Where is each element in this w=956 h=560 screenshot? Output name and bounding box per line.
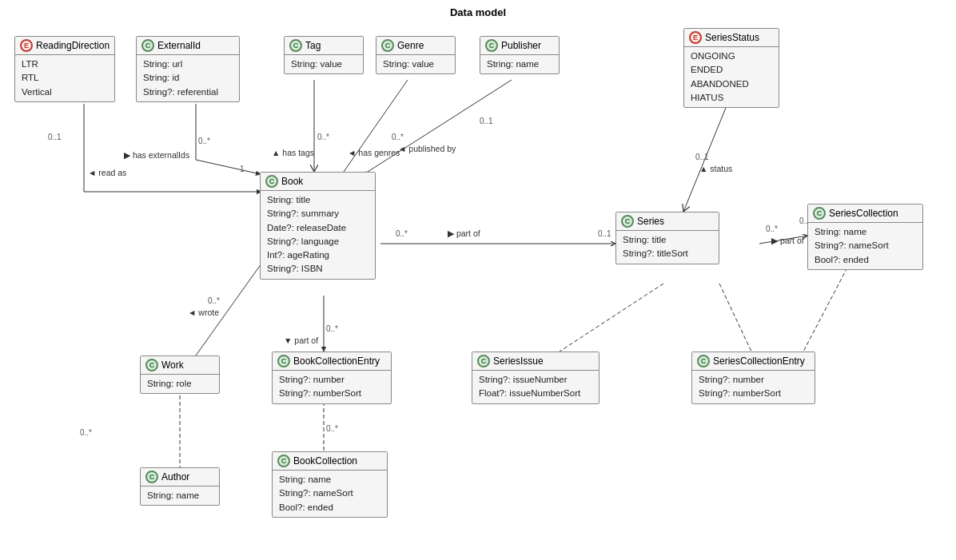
reading-direction-val2: RTL [22,71,108,85]
svg-text:◄ has genres: ◄ has genres [348,148,400,157]
series-collection-entry-box: C SeriesCollectionEntry String?: number … [691,351,815,404]
series-status-val3: ABANDONED [691,77,772,91]
series-issue-field1: String?: issueNumber [479,373,592,387]
book-collection-entry-body: String?: number String?: numberSort [273,371,391,403]
book-field5: Int?: ageRating [267,248,368,262]
series-box: C Series String: title String?: titleSor… [615,212,719,264]
author-box: C Author String: name [140,467,220,506]
class-icon-series-issue: C [477,355,490,367]
diagram-container: Data model [0,0,956,560]
series-collection-field1: String: name [815,225,916,239]
series-status-val1: ONGOING [691,50,772,63]
work-title: Work [161,359,184,371]
book-field6: String?: ISBN [267,262,368,276]
svg-text:0..1: 0..1 [598,229,611,238]
book-collection-entry-field1: String?: number [279,373,384,387]
svg-text:0..*: 0..* [198,137,210,145]
work-body: String: role [141,375,219,393]
svg-text:0..*: 0..* [396,229,408,238]
series-status-header: E SeriesStatus [684,29,779,47]
external-id-title: ExternalId [157,40,201,51]
author-title: Author [161,471,189,483]
svg-text:▶ part of: ▶ part of [771,236,804,245]
book-collection-entry-title: BookCollectionEntry [293,355,380,367]
genre-title: Genre [397,40,424,51]
series-issue-field2: Float?: issueNumberSort [479,387,592,400]
book-collection-field2: String?: nameSort [279,487,380,500]
class-icon-publisher: C [485,39,498,52]
svg-text:▼ part of: ▼ part of [284,336,318,345]
series-field2: String?: titleSort [623,247,712,260]
book-collection-entry-header: C BookCollectionEntry [273,352,391,371]
reading-direction-title: ReadingDirection [36,40,110,51]
class-icon-book-collection: C [277,455,290,467]
svg-text:0..*: 0..* [317,133,329,141]
svg-text:◄ read as: ◄ read as [88,168,126,177]
external-id-field1: String: url [143,58,233,71]
book-collection-field3: Bool?: ended [279,501,380,514]
genre-body: String: value [376,55,455,73]
class-icon-external-id: C [141,39,154,52]
series-status-box: E SeriesStatus ONGOING ENDED ABANDONED H… [683,28,779,108]
svg-text:0..*: 0..* [392,133,404,141]
book-collection-header: C BookCollection [273,452,387,471]
class-icon-book-collection-entry: C [277,355,290,367]
page-title: Data model [0,0,956,22]
publisher-body: String: name [480,55,559,73]
svg-text:0..*: 0..* [326,324,338,333]
svg-text:▶ has externalIds: ▶ has externalIds [124,150,189,160]
work-box: C Work String: role [140,355,220,394]
series-collection-entry-field1: String?: number [699,373,808,387]
book-body: String: title String?: summary Date?: re… [261,191,375,279]
external-id-field2: String: id [143,71,233,85]
svg-text:0..1: 0..1 [480,117,493,125]
book-field4: String?: language [267,235,368,248]
reading-direction-header: E ReadingDirection [15,37,114,55]
tag-header: C Tag [285,37,363,55]
publisher-title: Publisher [501,40,541,51]
book-collection-field1: String: name [279,473,380,487]
genre-header: C Genre [376,37,455,55]
tag-field1: String: value [291,58,357,71]
svg-text:▲ status: ▲ status [699,164,732,173]
series-title: Series [637,216,664,227]
series-issue-body: String?: issueNumber Float?: issueNumber… [472,371,599,403]
reading-direction-val3: Vertical [22,85,108,99]
series-collection-header: C SeriesCollection [808,205,922,223]
book-collection-entry-field2: String?: numberSort [279,387,384,400]
svg-text:0..*: 0..* [80,428,92,437]
svg-line-14 [368,80,512,172]
series-issue-title: SeriesIssue [493,355,544,367]
svg-text:0..1: 0..1 [695,153,709,161]
svg-text:0..*: 0..* [326,424,338,433]
external-id-body: String: url String: id String?: referent… [137,55,239,101]
book-title: Book [281,176,303,187]
series-collection-body: String: name String?: nameSort Bool?: en… [808,223,922,269]
svg-text:▲ has tags: ▲ has tags [272,148,314,157]
external-id-box: C ExternalId String: url String: id Stri… [136,36,240,102]
series-status-val2: ENDED [691,63,772,77]
svg-text:◄ published by: ◄ published by [398,144,456,153]
series-collection-box: C SeriesCollection String: name String?:… [807,204,923,270]
svg-text:0..*: 0..* [208,296,220,305]
series-body: String: title String?: titleSort [616,231,719,264]
svg-line-39 [719,284,751,351]
book-field2: String?: summary [267,207,368,220]
book-collection-box: C BookCollection String: name String?: n… [272,451,388,518]
class-icon-series: C [621,215,634,228]
book-collection-title: BookCollection [293,455,357,467]
book-box: C Book String: title String?: summary Da… [260,172,376,280]
series-collection-entry-body: String?: number String?: numberSort [692,371,815,403]
series-collection-field2: String?: nameSort [815,239,916,252]
svg-line-40 [803,268,847,351]
class-icon-series-collection: C [813,207,826,220]
author-field1: String: name [147,489,213,502]
series-collection-entry-title: SeriesCollectionEntry [713,355,805,367]
book-collection-body: String: name String?: nameSort Bool?: en… [273,471,387,517]
reading-direction-body: LTR RTL Vertical [15,55,114,101]
book-collection-entry-box: C BookCollectionEntry String?: number St… [272,351,392,404]
svg-line-24 [759,236,807,244]
series-collection-field3: Bool?: ended [815,253,916,267]
series-issue-header: C SeriesIssue [472,352,599,371]
svg-text:0..1: 0..1 [48,133,62,141]
